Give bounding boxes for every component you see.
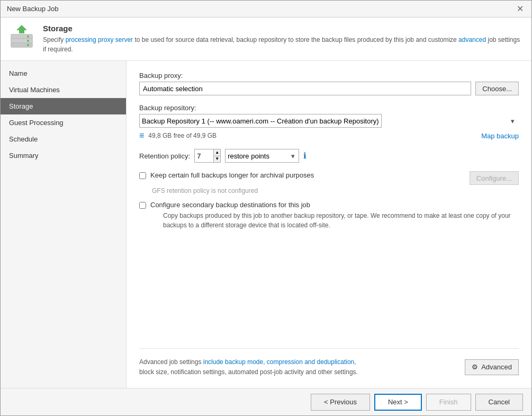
backup-repo-select[interactable]: Backup Repository 1 (-- www.oameri.com -… <box>139 114 382 128</box>
keep-full-backup-checkbox[interactable] <box>139 172 146 179</box>
header-link-proxy: processing proxy server <box>66 36 133 43</box>
sidebar-item-summary[interactable]: Summary <box>1 147 126 164</box>
header: Storage Specify processing proxy server … <box>1 17 531 61</box>
retention-unit-select[interactable]: restore points <box>225 149 299 163</box>
advanced-description: Advanced job settings include backup mod… <box>139 357 456 377</box>
backup-repo-label: Backup repository: <box>139 104 519 112</box>
storage-free-text: 49,8 GB free of 49,9 GB <box>148 132 217 139</box>
svg-point-7 <box>27 44 29 46</box>
close-button[interactable]: ✕ <box>515 4 525 14</box>
svg-point-6 <box>27 40 29 42</box>
backup-proxy-label: Backup proxy: <box>139 72 519 79</box>
backup-proxy-group: Backup proxy: Choose... <box>139 72 519 95</box>
cancel-button[interactable]: Cancel <box>475 394 523 411</box>
map-backup-link[interactable]: Map backup <box>481 132 519 140</box>
backup-repo-row: Backup Repository 1 (-- www.oameri.com -… <box>139 114 519 128</box>
backup-repo-group: Backup repository: Backup Repository 1 (… <box>139 104 519 140</box>
svg-marker-4 <box>16 25 27 33</box>
retention-spinbox[interactable]: ▲ ▼ <box>194 149 221 163</box>
header-title: Storage <box>43 24 523 33</box>
storage-info: ≡ 49,8 GB free of 49,9 GB Map backup <box>139 131 519 140</box>
sidebar-item-virtual-machines[interactable]: Virtual Machines <box>1 82 126 98</box>
backup-repo-select-wrapper: Backup Repository 1 (-- www.oameri.com -… <box>139 114 519 128</box>
storage-icon <box>9 24 34 49</box>
advanced-section: Advanced job settings include backup mod… <box>139 348 519 377</box>
retention-policy-label: Retention policy: <box>139 152 190 160</box>
backup-proxy-input[interactable] <box>139 82 471 95</box>
backup-proxy-choose-button[interactable]: Choose... <box>475 82 519 95</box>
advanced-button[interactable]: ⚙ Advanced <box>465 359 519 375</box>
retention-value-input[interactable] <box>195 149 214 162</box>
main-content: Backup proxy: Choose... Backup repositor… <box>127 61 531 388</box>
next-button[interactable]: Next > <box>374 394 422 411</box>
sidebar-item-name[interactable]: Name <box>1 65 126 82</box>
content-area: Name Virtual Machines Storage Guest Proc… <box>1 61 531 388</box>
sidebar-item-schedule[interactable]: Schedule <box>1 131 126 147</box>
keep-full-backup-row: Keep certain full backups longer for arc… <box>139 171 519 185</box>
advanced-button-label: Advanced <box>481 363 512 371</box>
secondary-backup-description: Copy backups produced by this job to ano… <box>163 211 519 230</box>
window-title: New Backup Job <box>7 5 59 13</box>
keep-full-backup-checkbox-row: Keep certain full backups longer for arc… <box>139 171 314 179</box>
secondary-backup-label: Configure secondary backup destinations … <box>150 201 310 209</box>
sidebar-item-guest-processing[interactable]: Guest Processing <box>1 114 126 131</box>
gear-icon: ⚙ <box>472 363 478 371</box>
spinbox-field: ▲ ▼ <box>195 149 220 162</box>
info-icon[interactable]: ℹ <box>303 151 306 161</box>
keep-full-backup-label: Keep certain full backups longer for arc… <box>150 171 314 179</box>
secondary-backup-checkbox-row: Configure secondary backup destinations … <box>139 201 519 230</box>
configure-button[interactable]: Configure... <box>470 171 519 185</box>
backup-proxy-row: Choose... <box>139 82 519 95</box>
database-icon: ≡ <box>139 131 144 140</box>
footer: < Previous Next > Finish Cancel <box>1 388 531 415</box>
svg-point-5 <box>27 36 29 38</box>
header-text: Storage Specify processing proxy server … <box>43 24 523 54</box>
new-backup-job-dialog: New Backup Job ✕ Storage Specify proces <box>0 0 532 416</box>
secondary-backup-text-group: Configure secondary backup destinations … <box>150 201 519 230</box>
keep-full-backup-section: Keep certain full backups longer for arc… <box>139 171 519 201</box>
previous-button[interactable]: < Previous <box>311 394 370 411</box>
spinbox-down-button[interactable]: ▼ <box>214 156 220 163</box>
spinbox-buttons: ▲ ▼ <box>214 149 220 162</box>
header-description: Specify processing proxy server to be us… <box>43 35 523 54</box>
finish-button[interactable]: Finish <box>426 394 471 411</box>
retention-policy-row: Retention policy: ▲ ▼ restore points <box>139 149 519 163</box>
secondary-backup-checkbox[interactable] <box>139 202 146 209</box>
header-link-advanced: advanced <box>458 36 486 43</box>
gfs-not-configured-text: GFS retention policy is not configured <box>152 187 519 194</box>
spinbox-up-button[interactable]: ▲ <box>214 149 220 156</box>
sidebar-item-storage[interactable]: Storage <box>1 98 126 114</box>
advanced-link: include backup mode, compression and ded… <box>203 358 356 366</box>
retention-unit-wrapper: restore points <box>225 149 299 163</box>
sidebar: Name Virtual Machines Storage Guest Proc… <box>1 61 127 388</box>
title-bar: New Backup Job ✕ <box>1 1 531 17</box>
